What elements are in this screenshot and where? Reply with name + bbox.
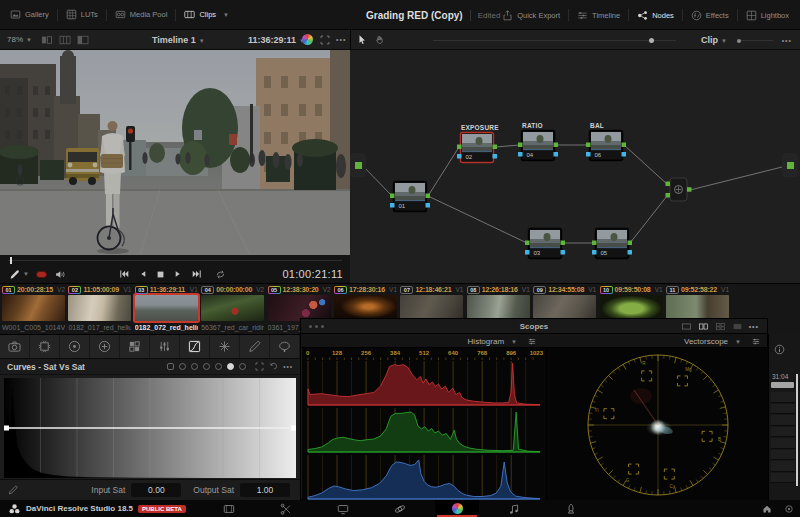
clip-11[interactable]: 1109:52:58:22V1 <box>666 285 729 321</box>
vectorscope-settings-icon[interactable] <box>751 334 761 349</box>
top-button-effects[interactable]: Effects <box>683 0 737 30</box>
play-button[interactable] <box>174 269 182 279</box>
keyframe-row <box>771 438 795 449</box>
goto-first-frame-button[interactable] <box>118 269 130 279</box>
pointer-tool-icon[interactable] <box>357 34 367 45</box>
top-button-quick-export[interactable]: Quick Export <box>494 0 568 30</box>
top-button-gallery[interactable]: Gallery <box>2 0 57 30</box>
palette-blur-icon[interactable] <box>210 335 240 358</box>
scope-layout-single-icon[interactable] <box>681 322 692 331</box>
top-button-timeline[interactable]: Timeline <box>569 0 628 30</box>
curve-picker-icon[interactable] <box>8 485 18 495</box>
clip-track: V1 <box>588 286 596 293</box>
scopes-options-menu[interactable]: ••• <box>749 323 759 330</box>
curve-mode-lum-vs-sat[interactable] <box>215 363 222 370</box>
scope-layout-grid-icon[interactable] <box>732 322 743 331</box>
palette-camera-raw-icon[interactable] <box>0 335 30 358</box>
top-button-media-pool[interactable]: Media Pool <box>107 0 176 30</box>
palette-color-wheels-icon[interactable] <box>60 335 90 358</box>
clip-thumbnail[interactable] <box>135 295 198 321</box>
curves-options-menu[interactable]: ••• <box>283 363 293 370</box>
clip-09[interactable]: 0912:34:55:08V1 <box>533 285 596 321</box>
color-picker-icon[interactable] <box>9 269 20 280</box>
input-sat-value[interactable]: 0.00 <box>131 483 181 497</box>
info-icon[interactable] <box>774 344 785 355</box>
sat-vs-sat-curve-editor[interactable] <box>4 378 296 478</box>
clip-04[interactable]: 0400:00:00:00V256367_red_car_ridin... <box>201 285 264 332</box>
curve-mode-hue-vs-lum[interactable] <box>203 363 210 370</box>
node-output-port[interactable] <box>787 162 794 169</box>
palette-qualifier-icon[interactable] <box>240 335 270 358</box>
split-view-icon[interactable] <box>59 35 71 45</box>
source-timecode[interactable]: 11:36:29:11▼ <box>248 35 305 45</box>
output-sat-value[interactable]: 1.00 <box>240 483 290 497</box>
node-graph[interactable]: 01EXPOSURE02RATIO04BAL060305 <box>350 50 800 283</box>
clip-07[interactable]: 0712:18:46:21V1 <box>400 285 463 321</box>
loop-button[interactable] <box>215 269 226 280</box>
clip-03[interactable]: 0311:36:29:11V10182_072_red_heliu... <box>135 285 198 332</box>
single-view-icon[interactable] <box>41 35 53 45</box>
viewer-playhead[interactable] <box>10 257 12 264</box>
stop-button[interactable] <box>156 270 165 279</box>
expand-viewer-icon[interactable] <box>320 35 330 45</box>
curve-mode-sat-vs-lum[interactable] <box>239 363 246 370</box>
page-fairlight-button[interactable] <box>492 500 536 517</box>
clip-name: 0182_072_red_heliu... <box>135 323 198 332</box>
right-scope-select[interactable]: Vectorscope▼ <box>684 334 741 349</box>
svg-text:Mg: Mg <box>685 367 692 372</box>
palette-sizing-icon[interactable] <box>30 335 60 358</box>
curve-mode-hue-vs-sat[interactable] <box>191 363 198 370</box>
timeline-select[interactable]: Timeline 1▼ <box>152 35 205 45</box>
clip-06[interactable]: 0617:28:30:16V1 <box>334 285 397 321</box>
scope-layout-dual-icon[interactable] <box>698 322 709 331</box>
curve-mode-hue-vs-hue[interactable] <box>179 363 186 370</box>
palette-curves-icon[interactable] <box>180 335 210 358</box>
node-options-menu[interactable]: ••• <box>782 37 792 44</box>
node-source-port[interactable] <box>355 162 362 169</box>
page-edit-button[interactable] <box>321 500 365 517</box>
audio-mute-icon[interactable] <box>54 269 66 280</box>
page-cut-button[interactable] <box>264 500 308 517</box>
expand-panel-icon[interactable] <box>255 362 264 371</box>
goto-last-frame-button[interactable] <box>191 269 203 279</box>
grab-tool-icon[interactable] <box>375 34 385 45</box>
clip-thumbnail[interactable] <box>201 295 264 321</box>
node-mode-select[interactable]: Clip▼ <box>701 35 727 45</box>
viewer-options-menu[interactable]: ••• <box>336 36 346 43</box>
page-fusion-button[interactable] <box>378 500 422 517</box>
page-color-button[interactable] <box>435 500 479 517</box>
project-manager-icon[interactable] <box>784 504 794 514</box>
clip-timecode: 12:18:46:21 <box>415 286 451 293</box>
left-scope-select[interactable]: Histogram▼ <box>468 334 517 349</box>
histogram-settings-icon[interactable] <box>527 334 537 349</box>
scope-layout-quad-icon[interactable] <box>715 322 726 331</box>
project-home-icon[interactable] <box>762 504 772 514</box>
palette-hdr-wheels-icon[interactable] <box>90 335 120 358</box>
clip-10[interactable]: 1009:59:50:08V1 <box>600 285 663 321</box>
clip-thumbnail[interactable] <box>68 295 131 321</box>
page-deliver-button[interactable] <box>549 500 593 517</box>
keyframe-scroll-thumb[interactable] <box>771 382 794 388</box>
viewer-zoom-select[interactable]: 78%▼ <box>7 35 32 44</box>
reset-panel-icon[interactable] <box>269 362 278 371</box>
top-button-lightbox[interactable]: Lightbox <box>738 0 797 30</box>
curve-mode-custom[interactable] <box>167 363 174 370</box>
viewer-scrubber[interactable] <box>8 260 342 261</box>
clip-02[interactable]: 0211:05:00:09V10182_017_red_heliu... <box>68 285 131 332</box>
top-button-nodes[interactable]: Nodes <box>629 0 682 30</box>
clip-01[interactable]: 0120:00:28:15V2W001_C005_1014V3_... <box>2 285 65 332</box>
top-button-luts[interactable]: LUTs <box>58 0 106 30</box>
page-media-button[interactable] <box>207 500 251 517</box>
palette-color-match-icon[interactable] <box>120 335 150 358</box>
clip-08[interactable]: 0812:26:18:16V1 <box>467 285 530 321</box>
wipe-view-icon[interactable] <box>77 35 89 45</box>
palette-rgb-mixer-icon[interactable] <box>150 335 180 358</box>
palette-power-window-icon[interactable] <box>270 335 300 358</box>
step-back-button[interactable] <box>139 269 147 279</box>
keyframe-scrollbar[interactable] <box>796 374 798 486</box>
color-viewer-toggle-icon[interactable] <box>302 34 313 45</box>
clip-thumbnail[interactable] <box>2 295 65 321</box>
curve-mode-sat-vs-sat[interactable] <box>227 363 234 370</box>
record-indicator[interactable] <box>36 271 47 278</box>
top-button-clips[interactable]: Clips▼ <box>176 0 237 30</box>
